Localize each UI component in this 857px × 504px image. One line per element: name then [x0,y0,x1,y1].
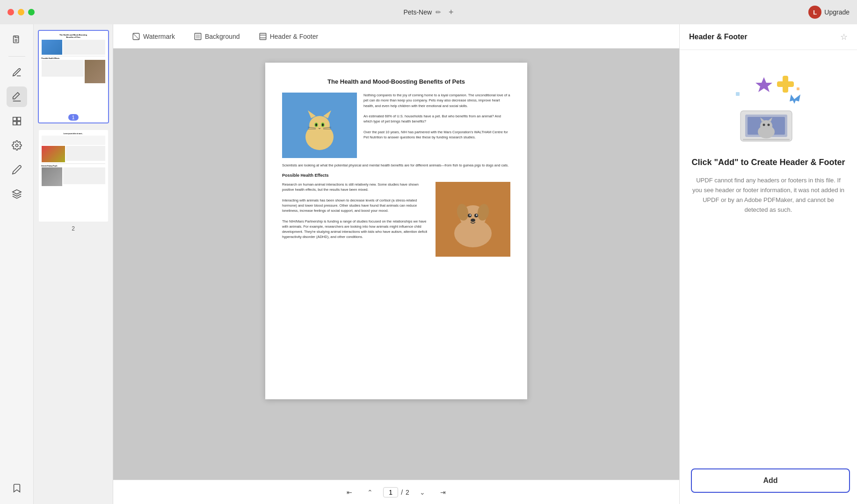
illustration [722,69,815,144]
svg-rect-44 [743,139,790,140]
sidebar-item-tools[interactable] [7,135,27,156]
sidebar-divider [8,56,25,57]
click-add-title: Click "Add" to Create Header & Footer [691,157,845,168]
header-footer-button[interactable]: Header & Footer [251,29,326,43]
svg-rect-5 [13,117,16,121]
next-page-button[interactable]: ⌄ [415,485,430,500]
svg-marker-47 [755,77,772,92]
titlebar: Pets-New ✏ + L Upgrade [0,0,857,24]
traffic-lights [7,9,35,15]
right-panel: Header & Footer ☆ [679,24,857,504]
svg-rect-0 [13,36,18,43]
sidebar-item-edit[interactable] [7,86,27,107]
thumb-wrapper-1: The Health and Mood-BoostingBenefits of … [38,30,109,123]
add-tab-button[interactable]: + [449,7,454,17]
right-panel-title: Header & Footer [689,33,747,41]
svg-marker-48 [790,94,800,104]
nav-bar: ⇤ ⌃ / 2 ⌄ ⇥ [113,480,679,504]
sidebar [0,24,34,504]
svg-point-25 [315,123,317,126]
svg-point-52 [760,120,772,131]
svg-point-54 [767,124,770,126]
svg-point-9 [15,144,18,147]
doc-title: Pets-New [403,8,432,16]
watermark-button[interactable]: Watermark [124,29,182,43]
main-container: The Health and Mood-BoostingBenefits of … [0,24,857,504]
background-button[interactable]: Background [186,29,247,43]
minimize-button[interactable] [18,9,24,15]
doc-scientists-text: Scientists are looking at what the poten… [282,163,510,168]
thumb-img-1: The Health and Mood-BoostingBenefits of … [39,31,108,122]
sidebar-item-document[interactable] [7,30,27,50]
page-document: The Health and Mood-Boosting Benefits of… [265,63,527,399]
favorite-button[interactable]: ☆ [840,32,848,42]
sidebar-item-sign[interactable] [7,159,27,180]
click-add-desc: UPDF cannot find any headers or footers … [691,176,846,215]
svg-point-40 [471,218,475,222]
page-view[interactable]: The Health and Mood-Boosting Benefits of… [113,49,679,480]
header-footer-icon [259,32,267,41]
right-panel-content: Click "Add" to Create Header & Footer UP… [680,50,857,504]
doc-bottom: Research on human-animal interactions is… [282,182,510,257]
last-page-button[interactable]: ⇥ [436,485,450,500]
svg-point-26 [322,123,324,126]
thumb-number-2: 2 [72,225,75,232]
toolbar: Watermark Background [113,24,679,49]
sidebar-item-bookmark[interactable] [7,478,27,498]
watermark-icon [132,32,140,41]
svg-point-53 [763,124,765,126]
thumb-wrapper-2: Lorem ipsum dolor sit amet... Animals He… [38,129,109,223]
svg-rect-50 [797,87,799,90]
background-icon [194,32,202,41]
doc-cat-image [282,93,357,158]
doc-health-text: Research on human-animal interactions is… [282,182,429,257]
upgrade-button[interactable]: L Upgrade [808,6,850,19]
svg-marker-10 [12,190,21,194]
thumb-page-label-1: 1 [68,114,78,121]
svg-line-12 [133,33,139,40]
title-area: Pets-New ✏ + [403,7,453,17]
page-indicator: / 2 [383,487,409,497]
svg-rect-6 [17,117,20,121]
svg-point-38 [470,214,471,216]
sidebar-item-layers[interactable] [7,184,27,204]
svg-rect-46 [777,81,794,87]
svg-rect-15 [260,33,266,40]
thumbnail-page-2[interactable]: Lorem ipsum dolor sit amet... Animals He… [37,129,109,232]
right-panel-header: Header & Footer ☆ [680,24,857,50]
doc-intro-text: Nothing compares to the joy of coming ho… [363,93,510,158]
svg-point-20 [309,116,330,135]
svg-rect-7 [13,122,16,125]
svg-rect-14 [196,34,200,38]
prev-page-button[interactable]: ⌃ [363,485,378,500]
user-avatar: L [808,6,821,19]
sidebar-item-organize[interactable] [7,111,27,131]
doc-body: Nothing compares to the joy of coming ho… [282,93,510,158]
svg-point-39 [476,214,478,216]
doc-dog-image [436,182,510,257]
total-pages: 2 [406,489,409,496]
svg-marker-3 [13,93,19,99]
thumb-img-2: Lorem ipsum dolor sit amet... Animals He… [39,130,108,222]
svg-rect-8 [17,122,20,125]
add-button[interactable]: Add [691,468,850,493]
maximize-button[interactable] [28,9,35,15]
doc-title-text: The Health and Mood-Boosting Benefits of… [282,78,510,86]
doc-section-title: Possible Health Effects [282,173,510,179]
sidebar-item-annotate[interactable] [7,62,27,83]
content-area: Watermark Background [113,24,679,504]
svg-rect-49 [736,92,740,96]
first-page-button[interactable]: ⇤ [342,485,357,500]
thumbnail-panel: The Health and Mood-BoostingBenefits of … [34,24,113,504]
page-number-input[interactable] [383,487,398,497]
thumbnail-page-1[interactable]: The Health and Mood-BoostingBenefits of … [37,30,109,123]
edit-title-button[interactable]: ✏ [436,8,441,16]
close-button[interactable] [7,9,14,15]
